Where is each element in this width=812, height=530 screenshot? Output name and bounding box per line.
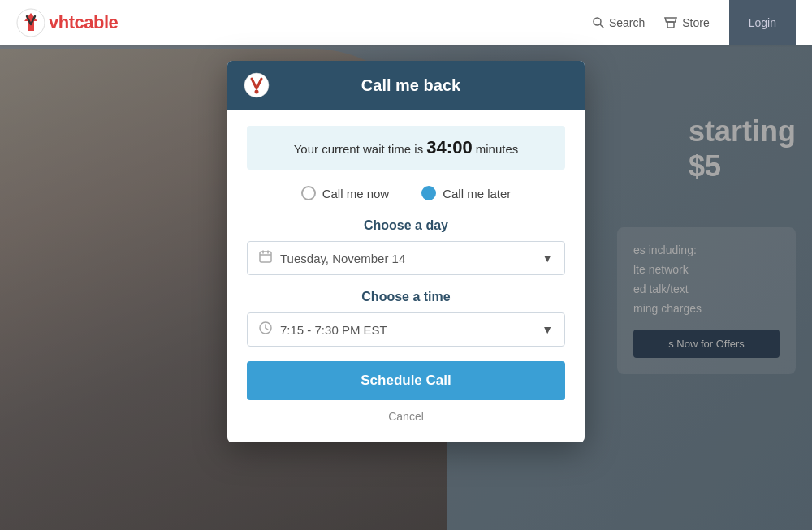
- wait-time-suffix: minutes: [473, 142, 519, 156]
- search-icon: [593, 17, 604, 28]
- svg-point-5: [255, 90, 259, 94]
- radio-call-now[interactable]: Call me now: [301, 186, 390, 200]
- radio-circle-now: [301, 186, 316, 200]
- modal-logo-icon: [244, 72, 270, 98]
- modal-title: Call me back: [279, 76, 542, 95]
- modal-header: Call me back: [227, 61, 585, 110]
- navbar: vhtcable Search Store Login: [0, 0, 812, 45]
- wait-time-value: 34:00: [426, 137, 472, 157]
- wait-time-box: Your current wait time is 34:00 minutes: [247, 126, 565, 170]
- store-nav[interactable]: Store: [664, 16, 709, 29]
- svg-rect-6: [260, 252, 271, 262]
- logo-icon: [16, 8, 45, 37]
- nav-right: Search Store Login: [593, 0, 796, 45]
- radio-circle-later: [421, 186, 436, 200]
- day-section-label: Choose a day: [247, 218, 565, 233]
- clock-icon: [259, 321, 272, 338]
- search-nav[interactable]: Search: [593, 16, 645, 29]
- cancel-link[interactable]: Cancel: [247, 410, 565, 423]
- svg-rect-3: [667, 22, 674, 28]
- store-label: Store: [682, 16, 709, 29]
- radio-group: Call me now Call me later: [247, 186, 565, 200]
- callback-modal: Call me back Your current wait time is 3…: [227, 61, 585, 442]
- calendar-icon: [259, 250, 272, 266]
- login-button[interactable]: Login: [729, 0, 796, 45]
- day-dropdown[interactable]: Tuesday, November 14 ▼: [247, 241, 565, 275]
- store-icon: [664, 17, 677, 28]
- time-section-label: Choose a time: [247, 290, 565, 304]
- schedule-call-button[interactable]: Schedule Call: [247, 361, 565, 400]
- time-value: 7:15 - 7:30 PM EST: [280, 323, 533, 337]
- day-value: Tuesday, November 14: [280, 252, 533, 265]
- logo-text: vhtcable: [49, 12, 118, 33]
- radio-now-label: Call me now: [322, 187, 390, 200]
- search-label: Search: [609, 16, 645, 29]
- day-chevron-icon: ▼: [542, 252, 553, 265]
- svg-line-12: [266, 328, 268, 330]
- radio-later-label: Call me later: [443, 187, 511, 200]
- radio-call-later[interactable]: Call me later: [421, 186, 511, 200]
- time-dropdown[interactable]: 7:15 - 7:30 PM EST ▼: [247, 312, 565, 347]
- wait-time-prefix: Your current wait time is: [294, 142, 427, 156]
- logo: vhtcable: [16, 8, 118, 37]
- modal-body: Your current wait time is 34:00 minutes …: [227, 110, 585, 442]
- time-chevron-icon: ▼: [542, 323, 553, 336]
- svg-line-2: [600, 24, 603, 28]
